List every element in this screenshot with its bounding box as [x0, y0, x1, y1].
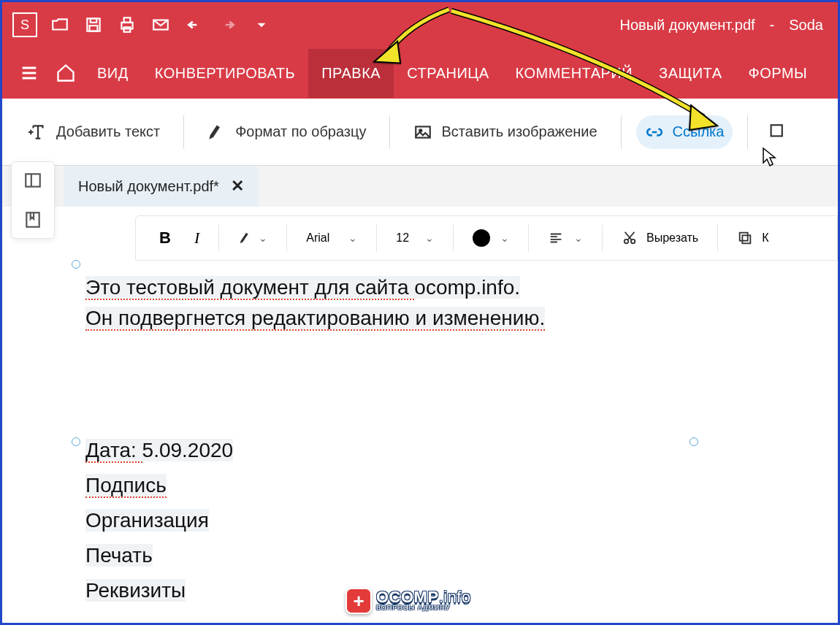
toolbar-separator: [747, 115, 748, 149]
panel-icon[interactable]: [23, 171, 42, 190]
svg-rect-1: [91, 18, 97, 22]
bookmark-icon[interactable]: [23, 210, 42, 229]
tab-view[interactable]: ВИД: [84, 49, 142, 98]
tab-convert[interactable]: КОНВЕРТИРОВАТЬ: [142, 49, 308, 98]
tab-forms[interactable]: ФОРМЫ: [736, 49, 821, 98]
toolbar-separator: [621, 115, 622, 149]
app-badge: S: [12, 12, 37, 37]
svg-rect-10: [26, 174, 40, 186]
tab-edit[interactable]: ПРАВКА: [308, 49, 394, 98]
format-bar: B I ⌄ Arial⌄ 12⌄ ⌄ ⌄ Вырезать К: [135, 215, 838, 261]
main-tabs: ВИД КОНВЕРТИРОВАТЬ ПРАВКА СТРАНИЦА КОММЕ…: [2, 47, 838, 99]
cut-button[interactable]: Вырезать: [611, 224, 709, 252]
resize-handle[interactable]: [72, 260, 80, 269]
highlight-button[interactable]: ⌄: [228, 224, 278, 252]
hamburger-icon[interactable]: [11, 55, 47, 91]
save-icon[interactable]: [83, 14, 104, 36]
undo-icon[interactable]: [183, 14, 205, 36]
resize-handle[interactable]: [690, 437, 698, 446]
document-tab-label: Новый документ.pdf*: [78, 178, 219, 195]
tab-page[interactable]: СТРАНИЦА: [394, 49, 502, 98]
titlebar: S Новый документ.pdf - Soda: [2, 2, 838, 47]
mail-icon[interactable]: [150, 14, 172, 36]
format-painter-button[interactable]: Формат по образцу: [199, 115, 375, 149]
toolbar-separator: [389, 115, 390, 149]
toolbar-separator: [183, 115, 184, 149]
title-separator: -: [770, 17, 775, 34]
close-tab-icon[interactable]: ✕: [231, 177, 244, 196]
home-icon[interactable]: [47, 55, 84, 91]
color-select[interactable]: ⌄: [462, 223, 519, 253]
tab-comment[interactable]: КОММЕНТАРИЙ: [503, 49, 646, 98]
document-tab-row: Новый документ.pdf* ✕: [2, 166, 838, 207]
font-select[interactable]: Arial⌄: [296, 226, 367, 250]
svg-rect-15: [740, 233, 748, 241]
watermark-badge: +: [345, 588, 372, 614]
print-icon[interactable]: [116, 14, 138, 36]
more-tool[interactable]: [763, 115, 787, 149]
open-icon[interactable]: [49, 14, 71, 36]
add-text-button[interactable]: Добавить текст: [20, 115, 169, 149]
align-select[interactable]: ⌄: [538, 224, 593, 252]
italic-button[interactable]: I: [184, 223, 210, 253]
document-title: Новый документ.pdf: [620, 17, 755, 34]
svg-rect-2: [90, 26, 98, 31]
redo-icon[interactable]: [217, 14, 239, 36]
cursor-icon: [762, 147, 778, 167]
document-tab[interactable]: Новый документ.pdf* ✕: [64, 166, 259, 207]
document-paragraph-1[interactable]: Это тестовый документ для сайта ocomp.in…: [85, 272, 545, 334]
copy-button[interactable]: К: [727, 224, 779, 252]
font-size-select[interactable]: 12⌄: [386, 226, 444, 250]
document-paragraph-2[interactable]: Дата: 5.09.2020 Подпись Организация Печа…: [85, 433, 233, 608]
edit-toolbar: Добавить текст Формат по образцу Вставит…: [2, 99, 838, 166]
resize-handle[interactable]: [72, 437, 80, 446]
bold-button[interactable]: B: [149, 223, 181, 253]
svg-rect-4: [124, 18, 131, 23]
watermark: + OCOMP.info ВОПРОСЫ АДМИНУ: [345, 588, 471, 614]
document-canvas: Это тестовый документ для сайта ocomp.in…: [64, 261, 838, 623]
tab-protect[interactable]: ЗАЩИТА: [646, 49, 735, 98]
svg-rect-14: [743, 235, 751, 243]
insert-image-button[interactable]: Вставить изображение: [405, 115, 606, 149]
svg-rect-9: [771, 125, 782, 136]
side-panel-toggles: [11, 161, 55, 239]
app-name: Soda: [789, 17, 823, 34]
more-icon[interactable]: [251, 14, 272, 36]
link-button[interactable]: Ссылка: [636, 115, 733, 149]
